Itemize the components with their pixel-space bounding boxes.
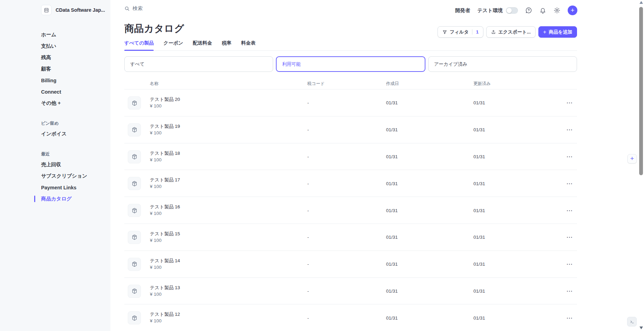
sidebar-item-その他-+[interactable]: その他 + <box>0 97 110 109</box>
sidebar-item-ホーム[interactable]: ホーム <box>0 29 110 40</box>
status-filter[interactable]: アーカイブ済み <box>428 56 577 72</box>
product-price: ¥ 100 <box>150 103 180 109</box>
sidebar-item-インボイス[interactable]: インボイス <box>0 128 110 140</box>
sidebar-item-支払い[interactable]: 支払い <box>0 40 110 52</box>
funnel-icon <box>442 30 447 35</box>
product-taxcode: - <box>307 315 309 321</box>
sidebar-item-connect[interactable]: Connect <box>0 86 110 97</box>
export-button[interactable]: エクスポート... <box>486 26 536 38</box>
row-overflow-button[interactable]: ··· <box>567 315 573 321</box>
sidebar-item-payment-links[interactable]: Payment Links <box>0 182 110 193</box>
account-selector[interactable]: CData Software Jap... <box>41 5 105 15</box>
developers-link[interactable]: 開発者 <box>455 7 470 14</box>
product-price: ¥ 100 <box>150 210 180 217</box>
sidebar-item-顧客[interactable]: 顧客 <box>0 63 110 75</box>
column-header-taxcode: 税コード <box>307 81 325 87</box>
sidebar-section-header: 最近 <box>0 149 110 159</box>
status-filter-row: すべて利用可能アーカイブ済み <box>124 56 577 72</box>
row-overflow-button[interactable]: ··· <box>567 234 573 240</box>
search-label: 検索 <box>133 5 143 12</box>
table-row[interactable]: テスト製品 17 ¥ 100 - 01/31 01/31 ··· <box>124 170 577 197</box>
product-updated: 01/31 <box>473 208 485 213</box>
export-icon <box>491 30 496 35</box>
table-row[interactable]: テスト製品 18 ¥ 100 - 01/31 01/31 ··· <box>124 143 577 170</box>
terminal-icon[interactable] <box>627 317 637 327</box>
topbar: 検索 開発者 テスト環境 <box>110 0 644 21</box>
tab[interactable]: すべての製品 <box>124 40 154 50</box>
product-created: 01/31 <box>386 127 398 132</box>
scrollbar <box>638 0 644 331</box>
product-thumbnail <box>128 258 141 271</box>
row-overflow-button[interactable]: ··· <box>567 261 573 267</box>
product-created: 01/31 <box>386 181 398 186</box>
table-row[interactable]: テスト製品 13 ¥ 100 - 01/31 01/31 ··· <box>124 278 577 305</box>
product-name: テスト製品 15 <box>150 230 180 237</box>
test-mode-label: テスト環境 <box>477 7 503 14</box>
product-name: テスト製品 20 <box>150 96 180 103</box>
product-updated: 01/31 <box>473 100 485 105</box>
product-created: 01/31 <box>386 235 398 240</box>
tab[interactable]: クーポン <box>163 40 183 50</box>
product-thumbnail <box>128 177 141 190</box>
tab[interactable]: 料金表 <box>241 40 256 50</box>
product-thumbnail <box>128 285 141 298</box>
status-filter[interactable]: すべて <box>124 56 273 72</box>
product-updated: 01/31 <box>473 181 485 186</box>
main-content: 商品カタログ フィルタ 1 エクスポート... <box>124 21 577 331</box>
stripe-dashboard: CData Software Jap... ホーム支払い残高顧客BillingC… <box>0 0 644 331</box>
row-overflow-button[interactable]: ··· <box>567 127 573 133</box>
table-row[interactable]: テスト製品 14 ¥ 100 - 01/31 01/31 ··· <box>124 251 577 278</box>
sidebar-item-残高[interactable]: 残高 <box>0 52 110 63</box>
floating-add-button[interactable]: + <box>627 154 637 163</box>
filter-label: フィルタ <box>450 29 469 35</box>
product-price: ¥ 100 <box>150 183 180 190</box>
help-icon[interactable] <box>525 7 532 14</box>
scrollbar-thumb[interactable] <box>639 7 643 175</box>
test-mode-toggle[interactable] <box>506 7 518 14</box>
table-row[interactable]: テスト製品 15 ¥ 100 - 01/31 01/31 ··· <box>124 224 577 251</box>
create-plus-button[interactable]: + <box>568 6 577 15</box>
row-overflow-button[interactable]: ··· <box>567 100 573 106</box>
row-overflow-button[interactable]: ··· <box>567 153 573 159</box>
product-taxcode: - <box>307 288 309 293</box>
product-name: テスト製品 14 <box>150 257 180 264</box>
sidebar-section-header: ピン留め <box>0 118 110 128</box>
product-price: ¥ 100 <box>150 157 180 163</box>
add-product-button[interactable]: + 商品を追加 <box>538 26 577 38</box>
product-table: テスト製品 20 ¥ 100 - 01/31 01/31 ··· テスト製品 1… <box>124 89 577 331</box>
table-row[interactable]: テスト製品 12 ¥ 100 - 01/31 01/31 ··· <box>124 304 577 331</box>
scrollbar-down-arrow[interactable] <box>640 327 643 329</box>
filter-button[interactable]: フィルタ 1 <box>438 26 483 38</box>
product-updated: 01/31 <box>473 315 485 321</box>
product-thumbnail <box>128 311 141 324</box>
scrollbar-up-arrow[interactable] <box>640 1 643 4</box>
gear-icon[interactable] <box>554 7 560 14</box>
table-row[interactable]: テスト製品 19 ¥ 100 - 01/31 01/31 ··· <box>124 116 577 143</box>
row-overflow-button[interactable]: ··· <box>567 180 573 186</box>
row-overflow-button[interactable]: ··· <box>567 207 573 213</box>
row-overflow-button[interactable]: ··· <box>567 288 573 294</box>
tab[interactable]: 税率 <box>222 40 231 50</box>
search-input[interactable]: 検索 <box>124 5 143 12</box>
product-updated: 01/31 <box>473 154 485 159</box>
product-price: ¥ 100 <box>150 130 180 136</box>
sidebar-item-商品カタログ[interactable]: 商品カタログ <box>0 193 110 205</box>
column-header-name: 名称 <box>150 81 158 87</box>
product-thumbnail <box>128 96 141 110</box>
bell-icon[interactable] <box>539 7 546 14</box>
product-name: テスト製品 19 <box>150 123 180 130</box>
product-price: ¥ 100 <box>150 264 180 271</box>
sidebar-item-billing[interactable]: Billing <box>0 75 110 86</box>
product-taxcode: - <box>307 235 309 240</box>
product-thumbnail <box>128 123 141 136</box>
product-taxcode: - <box>307 100 309 105</box>
status-filter[interactable]: 利用可能 <box>276 56 425 72</box>
export-label: エクスポート... <box>498 29 531 35</box>
sidebar-item-サブスクリプション[interactable]: サブスクリプション <box>0 170 110 182</box>
plus-icon: + <box>543 29 546 35</box>
table-row[interactable]: テスト製品 16 ¥ 100 - 01/31 01/31 ··· <box>124 197 577 224</box>
sidebar-item-売上回収[interactable]: 売上回収 <box>0 159 110 170</box>
tab[interactable]: 配送料金 <box>193 40 212 50</box>
table-row[interactable]: テスト製品 20 ¥ 100 - 01/31 01/31 ··· <box>124 89 577 116</box>
table-header: 名称 税コード 作成日 更新済み <box>124 78 577 89</box>
